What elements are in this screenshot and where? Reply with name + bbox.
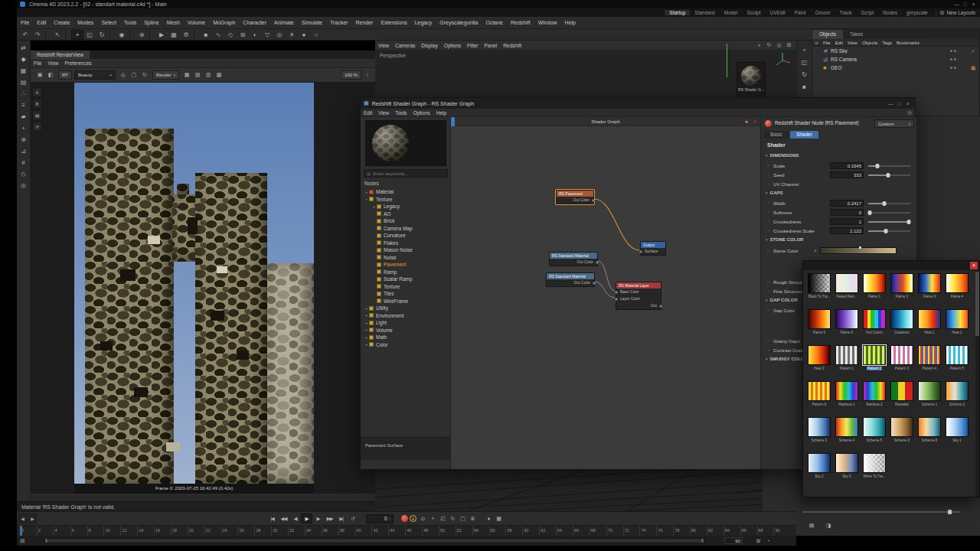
viewport-menu-item[interactable]: Cameras bbox=[392, 43, 418, 48]
object-row[interactable]: ◎ RS Camera bbox=[812, 55, 979, 64]
expander-icon[interactable]: + bbox=[364, 321, 369, 325]
gradient-preset[interactable]: Rainbow 2 bbox=[861, 380, 888, 416]
port-dot[interactable] bbox=[593, 282, 596, 285]
enable-axis-icon[interactable]: ⊕ bbox=[17, 134, 31, 145]
material-icon[interactable]: ● bbox=[298, 30, 310, 40]
parameter-slider[interactable] bbox=[868, 227, 910, 234]
scale-icon[interactable]: ◱ bbox=[83, 30, 96, 40]
gradient-swatch[interactable] bbox=[835, 417, 858, 437]
object-tag-icon[interactable]: ▦ bbox=[967, 65, 979, 71]
tree-item-label[interactable]: Mason Noise bbox=[384, 247, 413, 253]
tree-item-label[interactable]: Ramp bbox=[384, 269, 397, 275]
tree-item-label[interactable]: Flakes bbox=[384, 240, 398, 246]
new-layouts-button[interactable]: New Layouts bbox=[946, 10, 975, 15]
renderview-tab[interactable]: Redshift RenderView bbox=[31, 51, 90, 59]
object-manager-menu-item[interactable]: Edit bbox=[833, 41, 845, 45]
texture-mode-icon[interactable]: ▦ bbox=[17, 65, 31, 77]
menu-item[interactable]: Render bbox=[351, 20, 377, 25]
attribute-tab[interactable]: Shader bbox=[790, 131, 818, 139]
layout-tab[interactable]: Groom bbox=[811, 10, 835, 15]
make-editable-icon[interactable]: ⇄ bbox=[17, 42, 31, 54]
menu-item[interactable]: Greyscalegorilla bbox=[436, 20, 482, 25]
port-surface[interactable]: Surface bbox=[641, 248, 665, 255]
move-icon[interactable]: + bbox=[71, 30, 83, 40]
tree-item[interactable]: Ramp bbox=[362, 269, 449, 276]
workplane-mode-icon[interactable]: ▤ bbox=[17, 77, 31, 88]
tree-item-label[interactable]: Tiles bbox=[384, 291, 394, 296]
object-name[interactable]: RS Camera bbox=[831, 57, 950, 62]
timeline-scroll-left[interactable]: ◀ bbox=[18, 514, 27, 523]
history-icon[interactable]: ↺ bbox=[32, 122, 42, 132]
render-picture-viewer-icon[interactable]: ▦ bbox=[168, 30, 180, 40]
layout-tab[interactable]: Model bbox=[720, 10, 743, 15]
object-name[interactable]: GEO bbox=[831, 65, 950, 70]
tree-item[interactable]: Scalar Ramp bbox=[362, 276, 449, 282]
gradient-swatch[interactable] bbox=[918, 309, 941, 329]
grid-tab-icon[interactable]: ◨ bbox=[822, 520, 835, 530]
gradient-swatch[interactable] bbox=[890, 309, 913, 329]
gradient-swatch[interactable] bbox=[946, 273, 969, 293]
object-manager-tab[interactable]: Objects bbox=[812, 30, 843, 39]
expander-icon[interactable]: + bbox=[364, 328, 369, 332]
object-manager-tab[interactable]: Takes bbox=[843, 30, 870, 39]
object-manager-menu-item[interactable]: Bookmarks bbox=[894, 41, 922, 45]
expander-icon[interactable]: + bbox=[364, 313, 369, 318]
gradient-preset[interactable]: Scheme 5 bbox=[861, 416, 888, 452]
port-out-color[interactable]: Out Color bbox=[550, 259, 597, 266]
gradient-swatch[interactable] bbox=[890, 345, 913, 365]
render-button[interactable]: Render bbox=[152, 70, 179, 80]
menu-item[interactable]: Mesh bbox=[163, 20, 184, 25]
gradient-preset[interactable]: Scheme 4 bbox=[833, 416, 861, 452]
gradient-preset[interactable]: Black To Tra... bbox=[805, 272, 833, 308]
window-control-button[interactable]: — bbox=[952, 2, 961, 7]
object-manager-menu-item[interactable]: Tags bbox=[880, 41, 894, 45]
node-search-input[interactable]: ◎ Enter keywords... bbox=[364, 169, 448, 178]
tree-item-label[interactable]: Texture bbox=[384, 284, 400, 289]
gradient-swatch[interactable] bbox=[835, 273, 858, 293]
parameter-slider[interactable] bbox=[868, 171, 910, 178]
tree-item-label[interactable]: Utility bbox=[376, 305, 388, 311]
gradient-swatch[interactable] bbox=[863, 381, 886, 401]
sky-icon[interactable]: ○ bbox=[310, 30, 322, 40]
viewport-menu-item[interactable]: Filter bbox=[464, 43, 481, 48]
tree-item-label[interactable]: Math bbox=[376, 334, 387, 340]
visibility-dots[interactable] bbox=[950, 67, 956, 69]
tree-item-label[interactable]: Pavement bbox=[384, 262, 406, 267]
parameter-value-field[interactable]: 2.122 bbox=[830, 227, 864, 234]
node-rs-material-layer[interactable]: RS Material Layer Base Color Layer Color… bbox=[616, 282, 662, 310]
gradient-swatch[interactable] bbox=[863, 453, 886, 473]
node-header[interactable]: Output bbox=[641, 242, 665, 248]
layers-icon[interactable]: ▤ bbox=[32, 110, 42, 120]
keyframe-selection-button[interactable]: ♦ bbox=[484, 514, 494, 523]
gradient-preset[interactable]: Scheme 3 bbox=[805, 416, 833, 452]
zoom-icon[interactable]: ◎ bbox=[774, 41, 784, 51]
port-out[interactable]: Out bbox=[616, 302, 661, 309]
node-header[interactable]: RS Material Layer bbox=[616, 282, 661, 289]
tree-item[interactable]: + Environment bbox=[362, 312, 449, 319]
window-control-button[interactable]: × bbox=[969, 2, 978, 7]
region-render-icon[interactable]: ▢ bbox=[129, 70, 139, 80]
tree-item[interactable]: + Math bbox=[362, 334, 449, 341]
shader-graph-window-button[interactable]: □ bbox=[895, 101, 903, 106]
keyframe-record-button[interactable]: ⊙ bbox=[418, 514, 428, 523]
end-frame-field[interactable]: 90 bbox=[724, 537, 743, 544]
popup-title-bar[interactable]: × bbox=[803, 261, 979, 270]
visibility-dots[interactable] bbox=[950, 50, 956, 52]
tree-item[interactable]: + Utility bbox=[362, 305, 449, 311]
menu-item[interactable]: Window bbox=[534, 20, 561, 25]
object-row[interactable]: ■ GEO ▦ bbox=[812, 64, 979, 72]
menu-item[interactable]: Select bbox=[97, 20, 119, 25]
primitive-cube-icon[interactable]: ■ bbox=[200, 30, 212, 40]
record-pla-button[interactable]: ≣ bbox=[468, 514, 478, 523]
viewport-menu-item[interactable]: View bbox=[375, 43, 392, 48]
layout-tab[interactable]: Script bbox=[856, 10, 878, 15]
shader-graph-menu-item[interactable]: Help bbox=[433, 110, 449, 116]
record-keyframe-button[interactable] bbox=[401, 515, 408, 522]
polygons-mode-icon[interactable]: ▰ bbox=[17, 111, 31, 122]
separator[interactable] bbox=[65, 31, 70, 39]
toggle-layout-icon[interactable]: ⊞ bbox=[784, 41, 794, 51]
menu-item[interactable]: Edit bbox=[33, 20, 50, 25]
fields-icon[interactable]: ◐ bbox=[249, 30, 261, 40]
expander-icon[interactable]: + bbox=[364, 342, 369, 347]
tree-item[interactable]: Tiles bbox=[362, 290, 449, 297]
